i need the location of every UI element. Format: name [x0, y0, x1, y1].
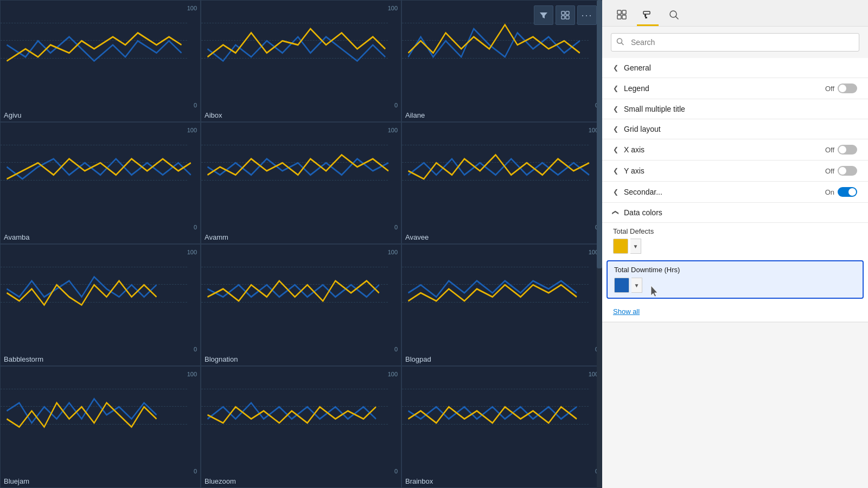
- secondary-axis-toggle[interactable]: [838, 187, 857, 197]
- total-downtime-color-dropdown[interactable]: ▼: [631, 278, 642, 293]
- x-axis-toggle-label: Off: [825, 146, 834, 154]
- total-downtime-color-swatch[interactable]: [614, 278, 629, 293]
- section-list: ❮ General ❮ Legend Off ❮ Small multiple …: [602, 58, 868, 488]
- svg-line-12: [676, 16, 679, 19]
- chevron-small-title-icon: ❮: [613, 105, 618, 113]
- svg-rect-4: [617, 10, 621, 14]
- chart-cell-babblestorm: 1000Babblestorm: [0, 244, 201, 366]
- section-x-axis[interactable]: ❮ X axis Off: [602, 139, 868, 160]
- secondary-axis-toggle-label: On: [825, 188, 834, 196]
- sparkline-bluejam: [1, 367, 200, 487]
- x-axis-toggle-container: Off: [825, 145, 857, 155]
- show-all-label[interactable]: Show all: [613, 307, 640, 316]
- sparkline-brainbox: [402, 367, 602, 487]
- y-axis-toggle-label: Off: [825, 167, 834, 175]
- svg-rect-3: [566, 16, 569, 19]
- chevron-y-axis-icon: ❮: [613, 167, 618, 175]
- section-data-colors-label: Data colors: [624, 208, 857, 217]
- chart-label-avamm: Avamm: [205, 233, 228, 241]
- tab-analytics[interactable]: [663, 4, 685, 26]
- section-y-axis[interactable]: ❮ Y axis Off: [602, 160, 868, 182]
- chart-label-brainbox: Brainbox: [405, 477, 433, 485]
- svg-rect-1: [566, 11, 569, 15]
- search-input[interactable]: [611, 33, 859, 52]
- y-axis-toggle-track: [838, 166, 857, 176]
- svg-rect-0: [561, 11, 565, 15]
- svg-line-14: [622, 43, 624, 45]
- chart-cell-avavee: 1000Avavee: [401, 122, 602, 244]
- total-downtime-label: Total Downtime (Hrs): [614, 266, 856, 274]
- x-axis-toggle-track: [838, 145, 857, 155]
- svg-rect-8: [643, 11, 650, 14]
- scrollbar-thumb[interactable]: [597, 0, 602, 268]
- chevron-x-axis-icon: ❮: [613, 146, 618, 153]
- section-legend[interactable]: ❮ Legend Off: [602, 78, 868, 99]
- more-options-button[interactable]: ···: [577, 5, 597, 25]
- section-data-colors[interactable]: ❮ Data colors: [602, 203, 868, 223]
- total-downtime-color-row: ▼: [614, 277, 856, 293]
- sparkline-avamm: [201, 123, 401, 243]
- section-grid-layout[interactable]: ❮ Grid layout: [602, 119, 868, 139]
- data-colors-section: ❮ Data colors Total Defects ▼ Total Down…: [602, 203, 868, 323]
- y-axis-toggle-thumb: [839, 167, 846, 175]
- tab-fields[interactable]: [611, 4, 633, 26]
- section-grid-layout-label: Grid layout: [624, 125, 857, 133]
- chevron-grid-layout-icon: ❮: [613, 125, 618, 133]
- svg-rect-6: [617, 15, 621, 19]
- color-item-total-defects: Total Defects ▼: [602, 223, 868, 258]
- chevron-legend-icon: ❮: [613, 85, 618, 92]
- tab-format[interactable]: [637, 4, 659, 26]
- y-axis-toggle-container: Off: [825, 166, 857, 176]
- total-defects-color-swatch[interactable]: [613, 239, 628, 254]
- chart-toolbar: ···: [534, 5, 597, 25]
- legend-toggle-container: Off: [825, 84, 857, 93]
- sparkline-avavee: [402, 123, 602, 243]
- chart-label-blognation: Blognation: [205, 355, 238, 363]
- section-secondary-axis[interactable]: ❮ Secondar... On: [602, 182, 868, 203]
- focus-button[interactable]: [556, 5, 575, 25]
- sparkline-babblestorm: [1, 245, 200, 365]
- scrollbar[interactable]: [597, 0, 602, 488]
- chart-cell-blognation: 1000Blognation: [201, 244, 401, 366]
- legend-toggle[interactable]: [838, 84, 857, 93]
- svg-rect-7: [622, 15, 626, 19]
- section-legend-label: Legend: [624, 84, 825, 93]
- chart-label-avamba: Avamba: [4, 233, 29, 241]
- chart-label-agivu: Agivu: [4, 111, 22, 119]
- sparkline-blogpad: [402, 245, 602, 365]
- chart-label-ailane: Ailane: [405, 111, 425, 119]
- chart-label-avavee: Avavee: [405, 233, 429, 241]
- chart-label-bluezoom: Bluezoom: [205, 477, 236, 485]
- chevron-general-icon: ❮: [613, 64, 618, 72]
- chart-cell-aibox: 1000Aibox: [201, 0, 401, 122]
- section-x-axis-label: X axis: [624, 145, 825, 154]
- show-all-row: Show all: [602, 301, 868, 322]
- sparkline-blognation: [201, 245, 401, 365]
- secondary-axis-toggle-track: [838, 187, 857, 197]
- chart-cell-bluezoom: 1000Bluezoom: [201, 366, 401, 488]
- chart-grid: 1000Agivu1000Aibox1000Ailane1000Avamba10…: [0, 0, 602, 488]
- secondary-axis-toggle-container: On: [825, 187, 857, 197]
- x-axis-toggle-thumb: [839, 146, 846, 153]
- section-secondary-axis-label: Secondar...: [624, 188, 825, 196]
- chart-label-blogpad: Blogpad: [405, 355, 431, 363]
- svg-rect-2: [561, 16, 565, 19]
- legend-toggle-track: [838, 84, 857, 93]
- filter-button[interactable]: [534, 5, 553, 25]
- legend-toggle-thumb: [839, 85, 846, 92]
- chart-cell-brainbox: 1000Brainbox: [401, 366, 602, 488]
- sparkline-agivu: [1, 1, 200, 121]
- section-small-multiple-title[interactable]: ❮ Small multiple title: [602, 99, 868, 119]
- section-general-label: General: [624, 63, 857, 72]
- chart-area: ··· 1000Agivu1000Aibox1000Ailane1000Avam…: [0, 0, 602, 488]
- legend-toggle-label: Off: [825, 85, 834, 93]
- chart-label-aibox: Aibox: [205, 111, 222, 119]
- panel-tabs: [602, 0, 868, 27]
- sparkline-aibox: [201, 1, 401, 121]
- total-defects-color-dropdown[interactable]: ▼: [630, 239, 641, 254]
- chart-cell-avamba: 1000Avamba: [0, 122, 201, 244]
- y-axis-toggle[interactable]: [838, 166, 857, 176]
- section-general[interactable]: ❮ General: [602, 58, 868, 78]
- x-axis-toggle[interactable]: [838, 145, 857, 155]
- secondary-axis-toggle-thumb: [848, 188, 856, 196]
